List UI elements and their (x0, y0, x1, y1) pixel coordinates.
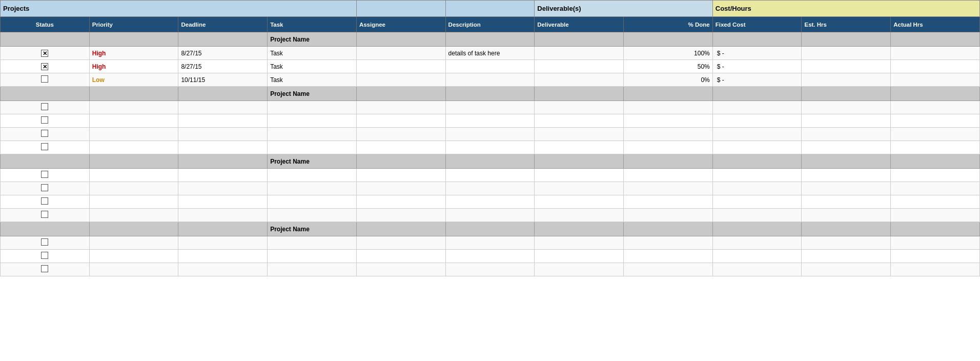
priority-cell: Low (89, 73, 178, 87)
priority-cell (89, 128, 178, 141)
fixed-cost-cell (712, 250, 802, 263)
status-cell[interactable]: ✕ (1, 60, 90, 73)
col-header-est-hrs: Est. Hrs (802, 17, 891, 32)
fixed-cost-cell (712, 195, 802, 209)
col-header-assignee: Assignee (356, 17, 445, 32)
deliverable-cell (535, 195, 624, 209)
costhours-section-header: Cost/Hours (712, 1, 979, 17)
task-cell: Task (268, 73, 357, 87)
actual-hrs-cell (891, 209, 980, 222)
assignee-cell (356, 47, 445, 60)
description-cell (445, 209, 535, 222)
status-cell[interactable] (1, 169, 90, 182)
task-cell (268, 263, 357, 276)
col-header-priority: Priority (89, 17, 178, 32)
assignee-cell (356, 263, 445, 276)
pct-done-cell (624, 169, 713, 182)
deadline-cell (178, 263, 268, 276)
group-header-3: Project Name (1, 222, 980, 236)
deliverable-cell (535, 60, 624, 73)
status-cell[interactable] (1, 128, 90, 141)
priority-cell (89, 236, 178, 250)
description-cell (445, 250, 535, 263)
assignee-cell (356, 114, 445, 128)
deadline-cell (178, 114, 268, 128)
deadline-cell: 8/27/15 (178, 47, 268, 60)
fixed-cost-cell (712, 128, 802, 141)
assignee-cell (356, 73, 445, 87)
est-hrs-cell (802, 73, 891, 87)
table-row (1, 128, 980, 141)
assignee-cell (356, 195, 445, 209)
deadline-cell: 8/27/15 (178, 60, 268, 73)
priority-cell (89, 182, 178, 195)
pct-done-cell (624, 182, 713, 195)
status-cell[interactable] (1, 182, 90, 195)
table-row: ✕High8/27/15Taskdetails of task here100%… (1, 47, 980, 60)
fixed-cost-cell (712, 101, 802, 114)
table-row (1, 236, 980, 250)
task-cell (268, 250, 357, 263)
table-row (1, 114, 980, 128)
status-cell[interactable] (1, 250, 90, 263)
col-header-actual-hrs: Actual Hrs (891, 17, 980, 32)
actual-hrs-cell (891, 182, 980, 195)
col-header-deliverable: Deliverable (535, 17, 624, 32)
actual-hrs-cell (891, 236, 980, 250)
actual-hrs-cell (891, 114, 980, 128)
fixed-cost-cell (712, 141, 802, 154)
est-hrs-cell (802, 250, 891, 263)
fixed-cost-cell (712, 169, 802, 182)
priority-cell (89, 169, 178, 182)
deliverable-cell (535, 209, 624, 222)
est-hrs-cell (802, 236, 891, 250)
desc-spacer (445, 1, 535, 17)
description-cell (445, 263, 535, 276)
actual-hrs-cell (891, 101, 980, 114)
status-cell[interactable] (1, 195, 90, 209)
assignee-cell (356, 182, 445, 195)
status-cell[interactable] (1, 114, 90, 128)
task-cell (268, 128, 357, 141)
est-hrs-cell (802, 47, 891, 60)
fixed-cost-cell (712, 209, 802, 222)
est-hrs-cell (802, 182, 891, 195)
task-cell (268, 141, 357, 154)
col-header-fixed-cost: Fixed Cost (712, 17, 802, 32)
assignee-cell (356, 169, 445, 182)
actual-hrs-cell (891, 250, 980, 263)
priority-cell (89, 250, 178, 263)
col-header-pct-done: % Done (624, 17, 713, 32)
table-row: Low10/11/15Task0%$ - (1, 73, 980, 87)
deadline-cell: 10/11/15 (178, 73, 268, 87)
pct-done-cell (624, 263, 713, 276)
assignee-cell (356, 60, 445, 73)
fixed-cost-cell (712, 236, 802, 250)
table-row (1, 250, 980, 263)
status-cell[interactable] (1, 263, 90, 276)
deadline-cell (178, 195, 268, 209)
deadline-cell (178, 236, 268, 250)
deadline-cell (178, 250, 268, 263)
description-cell (445, 236, 535, 250)
table-row: ✕High8/27/15Task50%$ - (1, 60, 980, 73)
status-cell[interactable] (1, 73, 90, 87)
task-cell (268, 236, 357, 250)
status-cell[interactable]: ✕ (1, 47, 90, 60)
status-cell[interactable] (1, 209, 90, 222)
priority-cell: High (89, 60, 178, 73)
group-header-0: Project Name (1, 32, 980, 47)
status-cell[interactable] (1, 141, 90, 154)
est-hrs-cell (802, 263, 891, 276)
status-cell[interactable] (1, 101, 90, 114)
status-cell[interactable] (1, 236, 90, 250)
pct-done-cell: 100% (624, 47, 713, 60)
table-row (1, 182, 980, 195)
assignee-cell (356, 141, 445, 154)
pct-done-cell (624, 236, 713, 250)
fixed-cost-cell (712, 114, 802, 128)
pct-done-cell (624, 101, 713, 114)
task-cell (268, 101, 357, 114)
est-hrs-cell (802, 101, 891, 114)
actual-hrs-cell (891, 195, 980, 209)
